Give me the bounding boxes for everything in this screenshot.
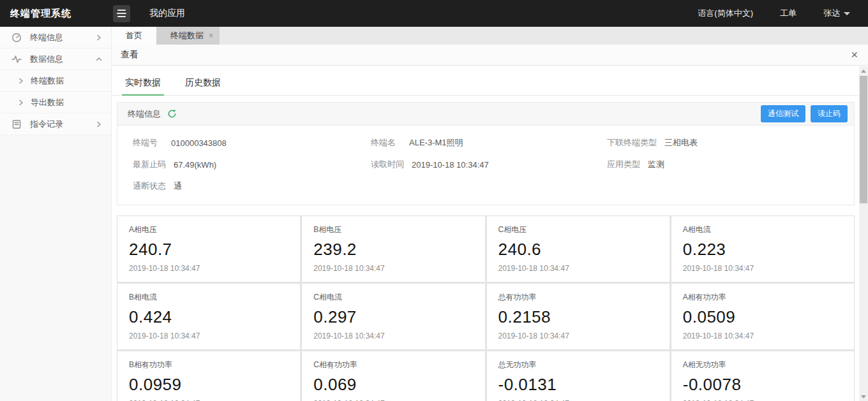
comm-test-button[interactable]: 通信测试 (761, 105, 805, 122)
card-label: 总有功功率 (498, 292, 658, 303)
metric-cards-grid: A相电压 240.7 2019-10-18 10:34:47 B相电压 239.… (117, 215, 855, 401)
card-label: A相无功功率 (683, 360, 842, 370)
field-latest-reading: 最新止码 67.49(kWh) (133, 154, 371, 175)
card-time: 2019-10-18 10:34:47 (129, 264, 288, 273)
topbar: 终端管理系统 我的应用 语言(简体中文) 工单 张达 (0, 0, 868, 27)
card-value: -0.0078 (683, 375, 842, 395)
section-title: 终端信息 (128, 108, 161, 120)
scroll-up-arrow-icon[interactable] (859, 66, 868, 75)
data-card: A相有功功率 0.0509 2019-10-18 10:34:47 (671, 284, 854, 349)
card-label: A相电压 (129, 224, 288, 235)
terminal-info-header: 终端信息 通信测试 读止码 (117, 103, 854, 126)
scrollbar-thumb[interactable] (860, 76, 867, 203)
sidebar-subitem-terminal-data[interactable]: 终端数据 (0, 70, 111, 92)
card-label: C相电流 (313, 292, 473, 303)
card-time: 2019-10-18 10:34:47 (683, 332, 842, 340)
field-on-off-state: 通断状态 通 (133, 175, 371, 197)
data-card: B相有功功率 0.0959 2019-10-18 10:34:47 (117, 351, 300, 401)
data-card: B相电压 239.2 2019-10-18 10:34:47 (302, 216, 484, 282)
sidebar-item-data-info[interactable]: 数据信息 (0, 48, 111, 70)
chevron-right-icon (96, 34, 102, 41)
activity-icon (11, 54, 22, 64)
card-value: 0.0509 (683, 307, 842, 327)
card-time: 2019-10-18 10:34:47 (313, 332, 473, 340)
field-terminal-no: 终端号 010000343808 (133, 132, 371, 154)
caret-down-icon (844, 12, 850, 15)
viewer-close-icon[interactable]: × (849, 49, 859, 61)
data-card: A相电压 240.7 2019-10-18 10:34:47 (117, 216, 300, 282)
card-value: 240.6 (498, 240, 658, 259)
read-meter-button[interactable]: 读止码 (811, 105, 848, 122)
sidebar-item-terminal-info[interactable]: 终端信息 (0, 27, 111, 48)
topbar-user-menu[interactable]: 张达 (823, 8, 850, 19)
topbar-language[interactable]: 语言(简体中文) (698, 8, 753, 19)
card-label: B相电流 (129, 292, 288, 303)
data-card: C相电压 240.6 2019-10-18 10:34:47 (487, 216, 670, 282)
card-label: A相有功功率 (683, 292, 842, 303)
card-value: 0.2158 (498, 307, 658, 327)
viewer-title: 查看 (121, 49, 138, 61)
data-tabs: 实时数据 历史数据 (112, 66, 859, 96)
card-value: 0.424 (129, 307, 288, 327)
card-time: 2019-10-18 10:34:47 (129, 332, 288, 340)
tab-home[interactable]: 首页 (112, 27, 156, 45)
sidebar-subitem-export-data[interactable]: 导出数据 (0, 92, 111, 113)
card-value: 0.297 (313, 307, 473, 327)
card-value: 239.2 (313, 240, 473, 259)
scroll-down-arrow-icon[interactable] (859, 392, 868, 401)
field-terminal-name: 终端名 ALE-3-M1照明 (371, 132, 607, 154)
card-label: C相电压 (498, 224, 658, 235)
app-title: 终端管理系统 (0, 8, 112, 20)
page-tabbar: 首页 终端数据 × (112, 27, 868, 45)
data-card: 总无功功率 -0.0131 2019-10-18 10:34:47 (487, 351, 670, 401)
viewer-header: 查看 × (112, 45, 868, 66)
vertical-scrollbar[interactable] (859, 66, 868, 401)
card-value: 0.223 (683, 240, 842, 259)
chevron-right-icon (96, 121, 102, 128)
main-area: 首页 终端数据 × 查看 × 实时数据 历史数据 终端信息 (112, 27, 868, 401)
data-card: 总有功功率 0.2158 2019-10-18 10:34:47 (487, 284, 670, 349)
card-label: B相电压 (313, 224, 473, 235)
card-label: A相电流 (683, 224, 842, 235)
tab-terminal-data[interactable]: 终端数据 × (156, 27, 220, 45)
card-label: B相有功功率 (129, 360, 288, 370)
data-card: A相无功功率 -0.0078 2019-10-18 10:34:47 (671, 351, 854, 401)
terminal-info-section: 终端信息 通信测试 读止码 终端号 010000343808 (117, 102, 855, 205)
menu-toggle-icon[interactable] (113, 5, 130, 22)
data-card: C相电流 0.297 2019-10-18 10:34:47 (302, 284, 484, 349)
card-time: 2019-10-18 10:34:47 (498, 264, 658, 273)
card-label: C相有功功率 (313, 360, 473, 370)
card-value: 0.069 (313, 375, 473, 395)
card-time: 2019-10-18 10:34:47 (313, 264, 473, 273)
tab-realtime-data[interactable]: 实时数据 (122, 73, 164, 95)
tab-close-icon[interactable]: × (209, 32, 213, 40)
field-downlink-type: 下联终端类型 三相电表 (607, 132, 854, 154)
card-value: -0.0131 (498, 375, 658, 395)
terminal-info-body: 终端号 010000343808 终端名 ALE-3-M1照明 下联终端类型 三… (117, 126, 854, 205)
username: 张达 (823, 8, 840, 19)
arrow-right-icon (18, 78, 24, 84)
field-app-type: 应用类型 监测 (607, 154, 854, 175)
topbar-my-apps[interactable]: 我的应用 (149, 8, 185, 19)
card-value: 240.7 (129, 240, 288, 259)
data-card: B相电流 0.424 2019-10-18 10:34:47 (117, 284, 300, 349)
sidebar: 终端信息 数据信息 终端数据 导出数据 指令记录 (0, 27, 112, 401)
card-time: 2019-10-18 10:34:47 (498, 332, 658, 340)
viewer-panel: 实时数据 历史数据 终端信息 通信测试 读止码 (112, 66, 859, 401)
tab-history-data[interactable]: 历史数据 (182, 73, 224, 95)
chevron-up-icon (96, 56, 102, 62)
arrow-right-icon (18, 99, 24, 106)
data-card: A相电流 0.223 2019-10-18 10:34:47 (671, 216, 854, 282)
card-value: 0.0959 (129, 375, 288, 395)
refresh-icon[interactable] (167, 109, 177, 119)
card-time: 2019-10-18 10:34:47 (683, 264, 842, 273)
card-label: 总无功功率 (498, 360, 658, 370)
sidebar-item-command-log[interactable]: 指令记录 (0, 113, 111, 135)
document-icon (11, 119, 22, 129)
field-read-time: 读取时间 2019-10-18 10:34:47 (371, 154, 607, 175)
gauge-icon (11, 33, 22, 43)
data-card: C相有功功率 0.069 2019-10-18 10:34:47 (302, 351, 484, 401)
topbar-work-order[interactable]: 工单 (780, 8, 797, 19)
